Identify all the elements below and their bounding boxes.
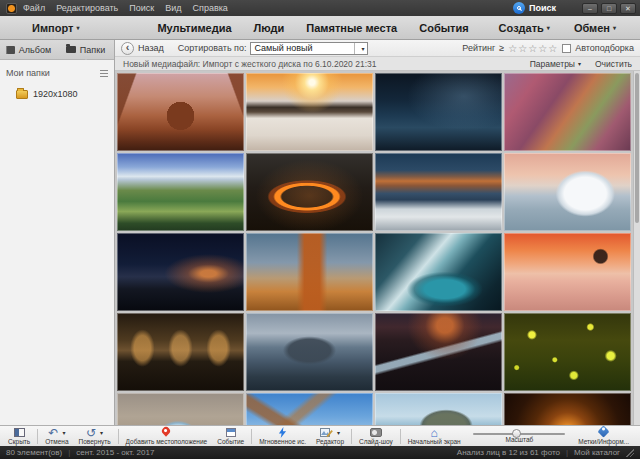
- toolbar-separator: [400, 429, 401, 444]
- editor-button[interactable]: Редактор: [311, 426, 349, 446]
- location-pin-icon: [161, 425, 172, 436]
- zoom-slider-thumb[interactable]: [512, 429, 521, 438]
- options-button[interactable]: Параметры: [530, 59, 581, 69]
- import-button[interactable]: Импорт: [32, 22, 79, 34]
- date-range: сент. 2015 - окт. 2017: [76, 448, 154, 457]
- slideshow-button[interactable]: Слайд-шоу: [354, 426, 398, 446]
- minimize-button[interactable]: –: [582, 3, 598, 14]
- folders-panel: Мои папки 1920x1080: [0, 60, 114, 425]
- menu-view[interactable]: Вид: [165, 3, 181, 13]
- vertical-scrollbar[interactable]: [633, 71, 640, 425]
- photo-thumbnail-mountain-lake-dusk[interactable]: [375, 153, 502, 231]
- photo-thumbnail-lone-tree-sunset[interactable]: [504, 233, 631, 311]
- photo-thumbnail-ancient-cistern[interactable]: [117, 313, 244, 391]
- sort-select[interactable]: Самый новый: [250, 42, 368, 55]
- star-icon[interactable]: ☆: [508, 43, 518, 54]
- tags-info-button[interactable]: Метки/Информ...: [573, 426, 634, 446]
- photo-thumbnail-canyon-river-dusk[interactable]: [375, 313, 502, 391]
- chevron-down-icon: [337, 429, 340, 436]
- photo-thumbnail-desert-hoodoo[interactable]: [246, 233, 373, 311]
- hide-panel-button[interactable]: Скрыть: [3, 426, 35, 446]
- separator: |: [68, 448, 70, 457]
- back-label[interactable]: Назад: [138, 43, 164, 53]
- photo-thumbnail-coastal-islet[interactable]: [375, 393, 502, 425]
- chevron-down-icon: [613, 24, 616, 31]
- photo-thumbnail-monument-valley[interactable]: [117, 73, 244, 151]
- star-icon[interactable]: ☆: [518, 43, 528, 54]
- rotate-button[interactable]: Повернуть: [74, 426, 116, 446]
- sort-value: Самый новый: [254, 43, 312, 53]
- bottom-toolbar: Скрыть Отмена Повернуть Добавить местопо…: [0, 425, 640, 446]
- folder-item-1920x1080[interactable]: 1920x1080: [6, 87, 108, 101]
- add-location-button[interactable]: Добавить местоположение: [121, 426, 213, 446]
- photo-thumbnail-wooden-coaster-sky[interactable]: [246, 393, 373, 425]
- create-button[interactable]: Создать: [499, 22, 550, 34]
- tab-folders[interactable]: Папки: [57, 40, 114, 59]
- photo-editor-icon: [320, 427, 333, 438]
- hide-panel-icon: [14, 428, 25, 437]
- slideshow-icon: [370, 428, 382, 437]
- status-bar: 80 элемент(ов) | сент. 2015 - окт. 2017 …: [0, 446, 640, 459]
- chevron-down-icon: [361, 45, 364, 52]
- menu-help[interactable]: Справка: [193, 3, 228, 13]
- toolbar-separator: [118, 429, 119, 444]
- chevron-down-icon: [100, 429, 103, 436]
- maximize-button[interactable]: □: [601, 3, 617, 14]
- sub-toolbar: Назад Сортировать по: Самый новый Рейтин…: [115, 40, 640, 57]
- organizer-window: Файл Редактировать Поиск Вид Справка Пои…: [0, 0, 640, 459]
- rating-label: Рейтинг: [462, 43, 495, 53]
- tab-places[interactable]: Памятные места: [306, 22, 397, 34]
- left-sidebar: Альбом Папки Мои папки 1920x1080: [0, 40, 115, 425]
- menu-edit[interactable]: Редактировать: [56, 3, 118, 13]
- share-button[interactable]: Обмен: [574, 22, 616, 34]
- photo-thumbnail-spiral-staircase[interactable]: [504, 393, 631, 425]
- separator: |: [566, 448, 568, 457]
- scrollbar-thumb[interactable]: [635, 73, 639, 223]
- photo-thumbnail-frozen-lake-sunrise[interactable]: [246, 73, 373, 151]
- menu-find[interactable]: Поиск: [129, 3, 154, 13]
- search-button[interactable]: Поиск: [513, 2, 556, 14]
- photo-thumbnail-dark-coast-rocks[interactable]: [375, 73, 502, 151]
- back-button[interactable]: [121, 42, 134, 55]
- lightning-icon: [278, 427, 287, 438]
- app-icon: [6, 3, 17, 14]
- folder-view-toggle-icon[interactable]: [100, 70, 108, 77]
- rating-stars[interactable]: ☆☆☆☆☆: [508, 43, 558, 54]
- photo-thumbnail-green-valley-cliffs[interactable]: [117, 153, 244, 231]
- undo-button[interactable]: Отмена: [40, 426, 73, 446]
- face-analysis-status: Анализ лиц в 12 из 61 фото: [457, 448, 560, 457]
- photo-thumbnail-iceberg-sunset[interactable]: [504, 153, 631, 231]
- chevron-down-icon: [62, 429, 65, 436]
- items-count: 80 элемент(ов): [6, 448, 62, 457]
- star-icon[interactable]: ☆: [548, 43, 558, 54]
- photo-thumbnail-giants-causeway[interactable]: [246, 313, 373, 391]
- photo-thumbnail-glacier-ice-cave[interactable]: [375, 233, 502, 311]
- tag-icon: [597, 425, 610, 438]
- chevron-down-icon: [76, 24, 79, 31]
- navbar: Импорт Мультимедиа Люди Памятные места С…: [0, 16, 640, 40]
- menu-file[interactable]: Файл: [23, 3, 45, 13]
- tab-album[interactable]: Альбом: [0, 40, 57, 59]
- resize-grip-icon[interactable]: [626, 449, 634, 457]
- star-icon[interactable]: ☆: [528, 43, 538, 54]
- photo-thumbnail-night-ridge-stars[interactable]: [117, 233, 244, 311]
- add-event-button[interactable]: Событие: [212, 426, 249, 446]
- tab-people[interactable]: Люди: [254, 22, 285, 34]
- tab-events[interactable]: События: [419, 22, 468, 34]
- photo-thumbnail-fireflies-forest[interactable]: [504, 313, 631, 391]
- rating-operator[interactable]: ≥: [499, 43, 504, 53]
- photo-thumbnail-lava-field[interactable]: [246, 153, 373, 231]
- search-label: Поиск: [529, 3, 556, 13]
- close-button[interactable]: ✕: [620, 3, 636, 14]
- photo-thumbnail-stone-arch-village[interactable]: [117, 393, 244, 425]
- autocurate-checkbox[interactable]: [562, 44, 571, 53]
- instant-fix-button[interactable]: Мгновенное ис.: [254, 426, 311, 446]
- toolbar-separator: [251, 429, 252, 444]
- photo-grid: [115, 71, 633, 425]
- home-screen-button[interactable]: Начальный экран: [403, 426, 466, 446]
- tab-media[interactable]: Мультимедиа: [157, 22, 231, 34]
- zoom-slider[interactable]: [473, 433, 565, 435]
- clear-button[interactable]: Очистить: [595, 59, 632, 69]
- photo-thumbnail-rainbow-mountains[interactable]: [504, 73, 631, 151]
- star-icon[interactable]: ☆: [538, 43, 548, 54]
